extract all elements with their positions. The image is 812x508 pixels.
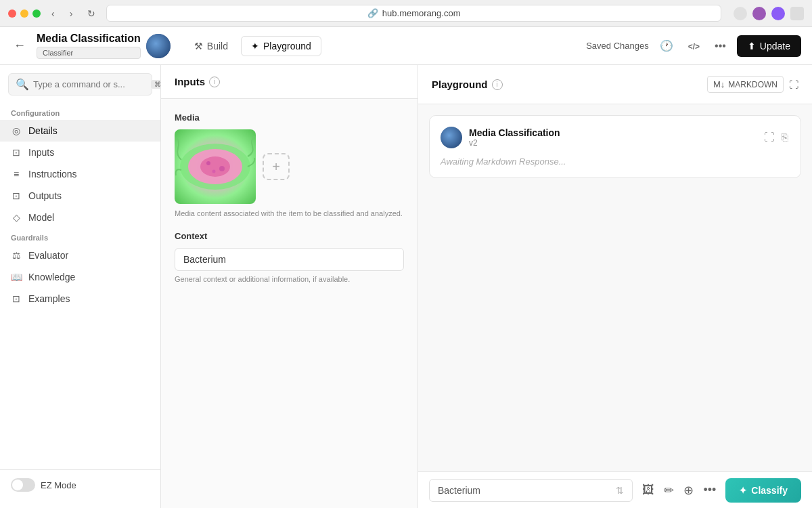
sidebar-item-instructions[interactable]: ≡ Instructions: [0, 163, 160, 185]
app-header: ← Media Classification Classifier ⚒ Buil…: [0, 27, 812, 65]
context-input[interactable]: [175, 248, 404, 271]
awaiting-response-text: Awaiting Markdown Response...: [441, 156, 790, 167]
instructions-icon: ≡: [11, 169, 22, 179]
playground-panel: Playground i M↓ MARKDOWN ⛶: [418, 65, 812, 508]
markdown-icon: M↓: [713, 79, 725, 89]
more-button[interactable]: •••: [710, 36, 730, 56]
svg-point-5: [212, 170, 216, 173]
edit-icon: ✏: [664, 484, 674, 497]
inputs-info-icon[interactable]: i: [209, 77, 220, 87]
playground-icon: ✦: [251, 41, 259, 51]
edit-action-button[interactable]: ✏: [661, 480, 677, 501]
outputs-icon: ⊡: [11, 190, 22, 201]
close-window-btn[interactable]: [8, 9, 16, 18]
copy-response-button[interactable]: ⎘: [780, 130, 790, 145]
header-right: Saved Changes 🕐 </> ••• ⬆ Update: [586, 35, 801, 57]
tab-playground[interactable]: ✦ Playground: [241, 36, 321, 56]
playground-panel-header: Playground i M↓ MARKDOWN ⛶: [418, 65, 812, 104]
classifier-badge: Classifier: [37, 47, 141, 59]
update-label: Update: [760, 41, 790, 51]
context-field-section: Context General context or additional in…: [175, 231, 404, 283]
browser-refresh-btn[interactable]: ↻: [83, 7, 99, 20]
media-field-section: Media: [175, 112, 404, 217]
tab-build[interactable]: ⚒ Build: [184, 36, 238, 56]
update-icon: ⬆: [748, 41, 756, 51]
app-avatar-inner: [146, 34, 171, 58]
browser-back-btn[interactable]: ‹: [47, 7, 59, 20]
browser-avatar-1: [734, 7, 747, 20]
sidebar-item-knowledge[interactable]: 📖 Knowledge: [0, 266, 160, 288]
sidebar: 🔍 ⌘K Configuration ◎ Details ⊡ Inputs ≡ …: [0, 65, 161, 508]
code-button[interactable]: </>: [684, 36, 704, 56]
expand-button[interactable]: ⛶: [789, 79, 798, 90]
maximize-window-btn[interactable]: [32, 9, 41, 18]
sidebar-item-examples[interactable]: ⊡ Examples: [0, 288, 160, 310]
expand-response-button[interactable]: ⛶: [763, 130, 776, 145]
bottom-input-arrow: ⇅: [616, 485, 624, 496]
minimize-window-btn[interactable]: [20, 9, 28, 18]
bottom-input-container[interactable]: Bacterium ⇅: [429, 479, 633, 502]
bottom-input-text: Bacterium: [438, 485, 480, 496]
media-upload-area: +: [175, 129, 404, 204]
sidebar-item-evaluator[interactable]: ⚖ Evaluator: [0, 245, 160, 266]
knowledge-icon: 📖: [11, 272, 22, 282]
search-input[interactable]: [33, 79, 147, 89]
back-button[interactable]: ←: [11, 36, 28, 56]
bottom-bar: Bacterium ⇅ 🖼 ✏ ⊕ •••: [418, 471, 812, 508]
svg-point-4: [219, 166, 225, 171]
more-action-button[interactable]: •••: [700, 480, 719, 501]
media-thumbnail[interactable]: [175, 129, 256, 204]
classify-button[interactable]: ✦ Classify: [725, 478, 801, 503]
expand-response-icon: ⛶: [764, 131, 775, 143]
address-bar: 🔗 hub.memorang.com: [106, 5, 721, 22]
more-horiz-icon: •••: [703, 483, 716, 496]
image-icon: 🖼: [642, 483, 654, 496]
add-media-button[interactable]: +: [263, 153, 290, 180]
history-icon: 🕐: [660, 40, 673, 51]
media-field-hint: Media content associated with the item t…: [175, 209, 404, 217]
circle-plus-action-button[interactable]: ⊕: [681, 480, 696, 501]
details-icon: ◎: [11, 125, 22, 136]
sidebar-footer: EZ Mode: [0, 469, 160, 500]
response-avatar: [441, 127, 462, 148]
playground-header-left: Playground i: [432, 79, 503, 90]
svg-point-2: [200, 156, 230, 177]
response-card-header: Media Classification v2 ⛶ ⎘: [441, 127, 790, 148]
ez-mode-toggle[interactable]: [11, 478, 35, 492]
playground-info-icon[interactable]: i: [492, 79, 503, 90]
context-field-label: Context: [175, 231, 404, 241]
sidebar-item-inputs[interactable]: ⊡ Inputs: [0, 142, 160, 163]
info-icon-label: i: [214, 78, 215, 85]
url-text: hub.memorang.com: [382, 8, 461, 18]
tab-playground-label: Playground: [263, 41, 311, 51]
browser-extra-btn: [790, 7, 804, 20]
sidebar-evaluator-label: Evaluator: [28, 250, 68, 261]
browser-forward-btn[interactable]: ›: [66, 7, 77, 20]
saved-changes-label: Saved Changes: [586, 41, 649, 51]
bottom-actions: 🖼 ✏ ⊕ •••: [639, 480, 719, 501]
guardrails-section-label: Guardrails: [0, 228, 160, 245]
search-icon: 🔍: [16, 78, 29, 91]
app-title: Media Classification: [37, 33, 141, 45]
browser-window-controls: [8, 9, 41, 18]
content-area: Inputs i Media: [161, 65, 812, 508]
app-avatar: [146, 34, 171, 58]
update-button[interactable]: ⬆ Update: [737, 35, 801, 57]
response-card: Media Classification v2 ⛶ ⎘ Awaiti: [429, 115, 801, 178]
examples-icon: ⊡: [11, 293, 22, 304]
sidebar-inputs-label: Inputs: [28, 147, 54, 158]
sidebar-item-details[interactable]: ◎ Details: [0, 120, 160, 142]
sidebar-instructions-label: Instructions: [28, 169, 77, 179]
response-title: Media Classification: [469, 127, 560, 138]
sidebar-outputs-label: Outputs: [28, 190, 62, 201]
response-version: v2: [469, 138, 560, 148]
sidebar-item-outputs[interactable]: ⊡ Outputs: [0, 185, 160, 207]
sidebar-knowledge-label: Knowledge: [28, 272, 75, 282]
media-field-label: Media: [175, 112, 404, 123]
markdown-button[interactable]: M↓ MARKDOWN: [707, 76, 784, 93]
history-button[interactable]: 🕐: [656, 35, 677, 56]
code-icon: </>: [688, 42, 700, 51]
image-action-button[interactable]: 🖼: [639, 480, 657, 501]
sidebar-item-model[interactable]: ◇ Model: [0, 207, 160, 228]
search-bar-container: 🔍 ⌘K: [8, 73, 152, 96]
